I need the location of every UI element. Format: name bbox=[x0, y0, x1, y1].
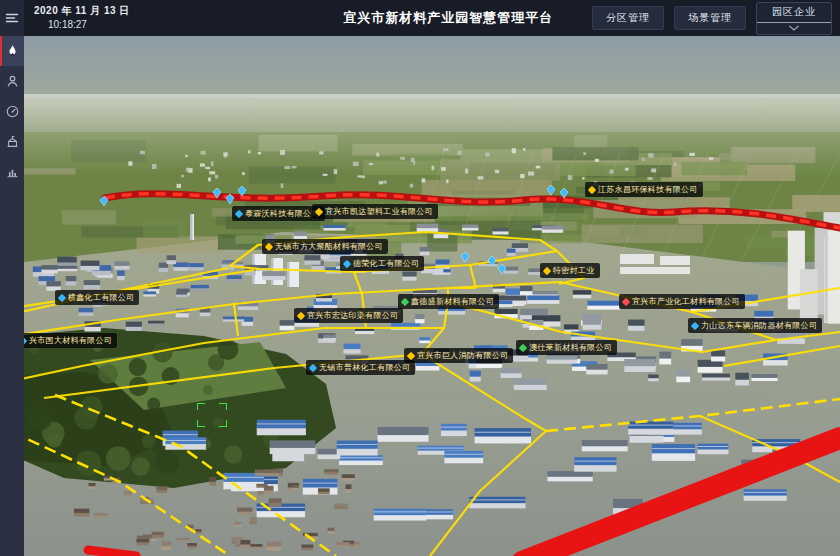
company-label[interactable]: 力山远东车辆消防器材有限公司 bbox=[688, 318, 822, 333]
company-label-text: 力山远东车辆消防器材有限公司 bbox=[701, 320, 817, 331]
gauge-icon bbox=[5, 104, 20, 119]
company-marker-icon bbox=[622, 297, 630, 305]
company-label-text: 德荣化工有限公司 bbox=[353, 258, 419, 269]
menu-icon bbox=[4, 10, 20, 26]
scene-management-button[interactable]: 场景管理 bbox=[674, 6, 746, 30]
sidebar-item-personnel[interactable] bbox=[0, 66, 24, 96]
company-label[interactable]: 宜兴市宏达印染有限公司 bbox=[294, 308, 403, 323]
park-enterprise-dropdown[interactable]: 园区企业 bbox=[756, 2, 832, 35]
company-label-text: 泰霖沃科技有限公司 bbox=[245, 208, 320, 219]
company-marker-icon bbox=[315, 207, 323, 215]
factory-icon bbox=[5, 134, 20, 149]
company-label[interactable]: 特密封工业 bbox=[540, 263, 600, 278]
company-label-text: 宜兴市产业化工材料有限公司 bbox=[632, 296, 740, 307]
company-label[interactable]: 兴市国大材料有限公司 bbox=[24, 333, 117, 348]
sidebar-item-statistics[interactable] bbox=[0, 156, 24, 186]
sidebar-item-monitor[interactable] bbox=[0, 96, 24, 126]
company-label-text: 横鑫化工有限公司 bbox=[68, 292, 134, 303]
sidebar-item-fire[interactable] bbox=[0, 36, 24, 66]
company-label-text: 宜兴市宏达印染有限公司 bbox=[307, 310, 398, 321]
company-label-text: 宜兴市凯达塑料工业有限公司 bbox=[325, 206, 433, 217]
chart-icon bbox=[5, 164, 20, 179]
company-label[interactable]: 宜兴市巨人消防有限公司 bbox=[404, 348, 513, 363]
company-label[interactable]: 鑫德盛新材料有限公司 bbox=[398, 294, 499, 309]
sidebar bbox=[0, 0, 24, 556]
current-date: 2020 年 11 月 13 日 bbox=[34, 5, 130, 18]
company-label-text: 特密封工业 bbox=[553, 265, 595, 276]
company-marker-icon bbox=[691, 321, 699, 329]
company-label[interactable]: 宜兴市凯达塑料工业有限公司 bbox=[312, 204, 438, 219]
company-marker-icon bbox=[309, 363, 317, 371]
company-marker-icon bbox=[297, 311, 305, 319]
company-label-text: 宜兴市巨人消防有限公司 bbox=[417, 350, 508, 361]
company-label-text: 无锡市方大聚酯材料有限公司 bbox=[275, 241, 383, 252]
app-window: 2020 年 11 月 13 日 10:18:27 宜兴市新材料产业园智慧管理平… bbox=[0, 0, 840, 556]
park-enterprise-dropdown-label: 园区企业 bbox=[757, 3, 831, 23]
company-marker-icon bbox=[235, 209, 243, 217]
sidebar-nav bbox=[0, 36, 24, 186]
company-label[interactable]: 澳仕莱新材料有限公司 bbox=[516, 340, 617, 355]
company-label-text: 兴市国大材料有限公司 bbox=[29, 335, 112, 346]
company-marker-icon bbox=[588, 185, 596, 193]
company-label[interactable]: 无锡市方大聚酯材料有限公司 bbox=[262, 239, 388, 254]
company-marker-icon bbox=[58, 293, 66, 301]
flame-icon bbox=[5, 43, 20, 59]
company-label-text: 江苏永昌环保科技有限公司 bbox=[598, 184, 698, 195]
company-label[interactable]: 德荣化工有限公司 bbox=[340, 256, 424, 271]
zone-management-button[interactable]: 分区管理 bbox=[592, 6, 664, 30]
person-icon bbox=[5, 74, 20, 89]
page-title: 宜兴市新材料产业园智慧管理平台 bbox=[343, 9, 553, 27]
company-marker-icon bbox=[401, 297, 409, 305]
company-marker-icon bbox=[24, 336, 27, 344]
map-3d-view[interactable]: 横鑫化工有限公司兴市国大材料有限公司泰霖沃科技有限公司宜兴市凯达塑料工业有限公司… bbox=[24, 36, 840, 556]
company-marker-icon bbox=[519, 343, 527, 351]
datetime: 2020 年 11 月 13 日 10:18:27 bbox=[34, 5, 130, 31]
sidebar-item-enterprise[interactable] bbox=[0, 126, 24, 156]
company-label[interactable]: 泰霖沃科技有限公司 bbox=[232, 206, 325, 221]
company-label-text: 澳仕莱新材料有限公司 bbox=[529, 342, 612, 353]
company-label-text: 鑫德盛新材料有限公司 bbox=[411, 296, 494, 307]
company-marker-icon bbox=[343, 259, 351, 267]
topbar-actions: 分区管理 场景管理 园区企业 bbox=[592, 2, 832, 35]
topbar: 2020 年 11 月 13 日 10:18:27 宜兴市新材料产业园智慧管理平… bbox=[24, 0, 840, 36]
company-marker-icon bbox=[407, 351, 415, 359]
company-marker-icon bbox=[265, 242, 273, 250]
company-label-text: 无锡市普林化工有限公司 bbox=[319, 362, 410, 373]
company-marker-icon bbox=[543, 266, 551, 274]
menu-toggle-button[interactable] bbox=[0, 0, 24, 36]
current-time: 10:18:27 bbox=[48, 19, 130, 32]
company-label[interactable]: 无锡市普林化工有限公司 bbox=[306, 360, 415, 375]
company-label[interactable]: 宜兴市产业化工材料有限公司 bbox=[619, 294, 745, 309]
chevron-down-icon bbox=[757, 23, 831, 34]
company-label[interactable]: 江苏永昌环保科技有限公司 bbox=[585, 182, 703, 197]
company-label[interactable]: 横鑫化工有限公司 bbox=[55, 290, 139, 305]
